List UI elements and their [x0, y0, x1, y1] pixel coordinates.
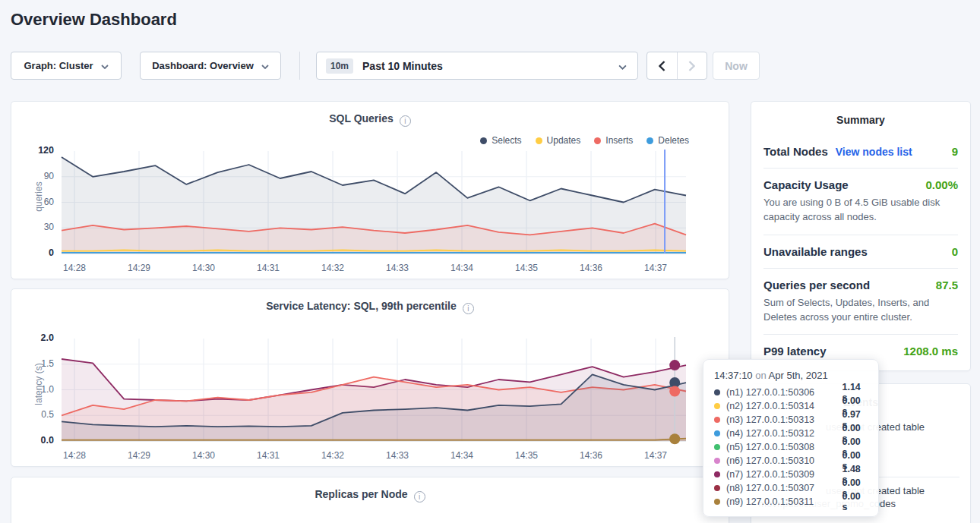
time-range-selector[interactable]: 10m Past 10 Minutes [316, 52, 638, 80]
x-tick-label: 14:28 [58, 263, 91, 273]
x-tick-label: 14:34 [445, 450, 479, 461]
overview-dashboard-page: Overview Dashboard Graph: Cluster Dashbo… [0, 0, 980, 523]
replicas-per-node-chart-card: Replicas per Nodei [11, 477, 729, 523]
legend-item: Updates [536, 135, 581, 146]
x-tick-label: 14:36 [574, 450, 608, 461]
x-tick-label: 14:29 [122, 263, 156, 273]
y-tick-label: 90 [19, 171, 54, 181]
info-icon[interactable]: i [463, 303, 474, 314]
summary-row-label: P99 latency [763, 345, 827, 358]
time-range-label: Past 10 Minutes [362, 60, 618, 72]
x-tick-label: 14:35 [510, 263, 543, 273]
y-tick-label: 0 [19, 247, 54, 258]
x-tick-label: 14:30 [187, 263, 220, 273]
summary-row: Total NodesView nodes list9 [763, 135, 958, 169]
sql-queries-legend: SelectsUpdatesInsertsDeletes [480, 135, 689, 146]
legend-label: Updates [547, 135, 581, 146]
x-tick-label: 14:32 [316, 263, 349, 273]
legend-label: Deletes [658, 135, 689, 146]
y-tick-label: 30 [19, 222, 54, 232]
node-color-dot [714, 458, 720, 464]
node-color-dot [714, 444, 720, 450]
legend-item: Deletes [646, 135, 689, 146]
summary-row-label: Capacity Usage [763, 178, 849, 191]
view-nodes-list-link[interactable]: View nodes list [836, 146, 912, 158]
y-tick-label: 1.5 [19, 358, 54, 369]
summary-row: Queries per second87.5Sum of Selects, Up… [763, 269, 958, 336]
summary-row-label: Total Nodes [763, 145, 828, 158]
chevron-right-icon [688, 61, 695, 71]
x-tick-label: 14:33 [381, 450, 414, 461]
summary-row-description: You are using 0 B of 4.5 GiB usable disk… [763, 196, 958, 225]
now-button[interactable]: Now [713, 52, 760, 80]
summary-panel: Summary Total NodesView nodes list9Capac… [751, 101, 971, 371]
node-color-dot [714, 485, 720, 491]
summary-row-value: 87.5 [936, 279, 958, 291]
y-tick-label: 2.0 [19, 332, 54, 343]
time-prev-button[interactable] [647, 52, 678, 79]
tooltip-node-label: (n1) 127.0.0.1:50306 [726, 387, 842, 398]
summary-title: Summary [751, 102, 970, 126]
info-icon[interactable]: i [414, 491, 425, 503]
tooltip-node-label: (n6) 127.0.0.1:50310 [726, 455, 842, 466]
info-icon[interactable]: i [400, 115, 411, 127]
sql-queries-chart-card: SQL Queriesi SelectsUpdatesInsertsDelete… [11, 101, 729, 279]
summary-row: Unavailable ranges0 [763, 235, 958, 269]
summary-row-head: Total NodesView nodes list9 [763, 145, 958, 158]
tooltip-row: (n9) 127.0.0.1:503110.00 s [714, 495, 868, 509]
x-tick-label: 14:34 [445, 263, 479, 273]
sql-queries-plot[interactable] [57, 147, 691, 258]
x-tick-label: 14:33 [381, 263, 414, 273]
summary-row-value: 1208.0 ms [903, 345, 958, 358]
summary-row-head: Queries per second87.5 [763, 279, 958, 291]
x-tick-label: 14:30 [187, 450, 220, 461]
tooltip-timestamp: 14:37:10 on Apr 5th, 2021 [714, 370, 868, 381]
y-tick-label: 120 [19, 145, 54, 156]
graph-dropdown-label: Graph: Cluster [24, 60, 93, 71]
chevron-down-icon [618, 59, 627, 73]
page-title: Overview Dashboard [11, 10, 177, 30]
legend-color-dot [536, 137, 542, 144]
toolbar-divider [299, 52, 300, 80]
time-range-badge: 10m [326, 58, 353, 74]
legend-item: Inserts [594, 135, 633, 146]
legend-color-dot [594, 137, 601, 144]
chevron-down-icon [101, 60, 109, 71]
node-color-dot [714, 430, 720, 436]
summary-row-value: 0 [952, 245, 958, 258]
tooltip-node-label: (n4) 127.0.0.1:50312 [726, 428, 842, 439]
x-tick-label: 14:29 [122, 450, 156, 461]
x-tick-label: 14:28 [58, 450, 91, 461]
chart-hover-tooltip: 14:37:10 on Apr 5th, 2021 (n1) 127.0.0.1… [703, 359, 879, 517]
x-tick-label: 14:31 [251, 450, 285, 461]
legend-label: Selects [492, 135, 521, 146]
node-color-dot [714, 389, 720, 395]
tooltip-node-label: (n7) 127.0.0.1:50309 [726, 469, 842, 480]
summary-row: Capacity Usage0.00%You are using 0 B of … [763, 169, 958, 235]
service-latency-plot[interactable] [57, 335, 691, 446]
node-color-dot [714, 417, 720, 423]
graph-dropdown[interactable]: Graph: Cluster [11, 52, 122, 80]
summary-row-value: 9 [952, 145, 958, 158]
y-tick-label: 1.0 [19, 384, 54, 395]
node-color-dot [714, 499, 720, 505]
summary-row-head: Unavailable ranges0 [763, 245, 958, 258]
dashboard-dropdown[interactable]: Dashboard: Overview [140, 52, 281, 80]
tooltip-node-label: (n8) 127.0.0.1:50307 [726, 483, 842, 493]
summary-rows: Total NodesView nodes list9Capacity Usag… [751, 135, 970, 367]
node-color-dot [714, 471, 720, 477]
summary-row-label: Queries per second [763, 279, 870, 291]
dashboard-dropdown-label: Dashboard: Overview [152, 60, 254, 71]
x-tick-label: 14:36 [574, 263, 608, 273]
tooltip-node-label: (n2) 127.0.0.1:50314 [726, 401, 842, 411]
legend-label: Inserts [605, 135, 633, 146]
y-tick-label: 0.5 [19, 409, 54, 420]
service-latency-chart-title: Service Latency: SQL, 99th percentilei [11, 300, 729, 313]
x-tick-label: 14:37 [639, 263, 672, 273]
x-tick-label: 14:37 [639, 450, 672, 461]
tooltip-node-value: 0.00 s [842, 491, 868, 512]
x-tick-label: 14:35 [510, 450, 543, 461]
tooltip-rows: (n1) 127.0.0.1:503061.14 s(n2) 127.0.0.1… [714, 386, 868, 509]
tooltip-node-label: (n5) 127.0.0.1:50308 [726, 442, 842, 452]
time-next-button[interactable] [678, 52, 707, 79]
